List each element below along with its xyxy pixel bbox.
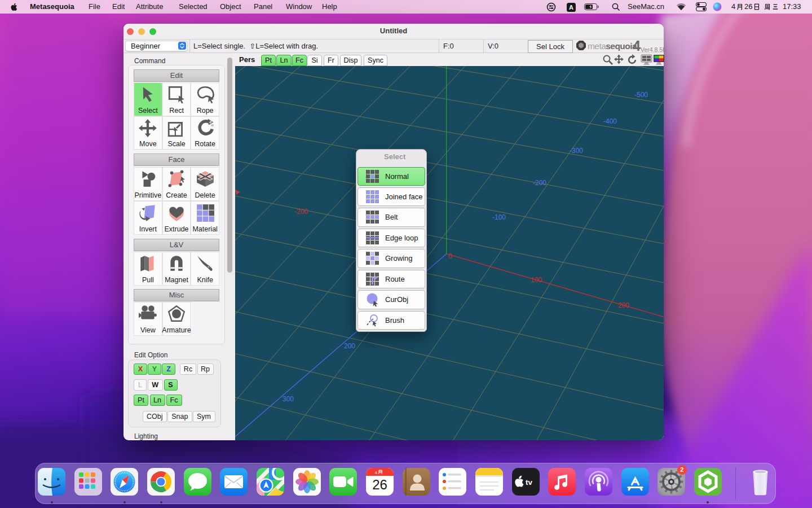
svg-text:-500: -500	[634, 91, 648, 99]
svg-text:300: 300	[283, 395, 294, 403]
svg-text:26: 26	[372, 477, 387, 492]
svg-text:-200: -200	[294, 208, 308, 216]
svg-text:tv: tv	[526, 478, 532, 487]
svg-text:-300: -300	[570, 147, 583, 155]
svg-text:4: 4	[374, 470, 377, 475]
svg-text:200: 200	[618, 301, 629, 309]
svg-text:100: 100	[531, 276, 542, 284]
svg-text:-100: -100	[492, 213, 506, 221]
svg-text:0: 0	[448, 252, 452, 260]
svg-text:-400: -400	[603, 117, 617, 125]
svg-text:200: 200	[344, 342, 355, 350]
svg-text:-200: -200	[533, 179, 546, 187]
